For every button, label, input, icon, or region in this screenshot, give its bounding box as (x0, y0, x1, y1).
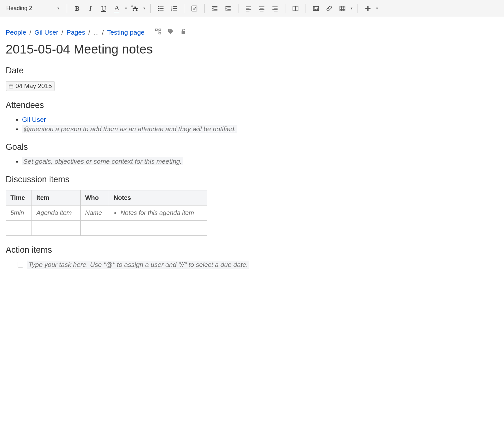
separator (184, 4, 184, 13)
section-heading-action[interactable]: Action items (6, 245, 366, 255)
svg-text:3: 3 (171, 9, 172, 11)
col-who[interactable]: Who (81, 190, 109, 206)
underline-button[interactable]: U (97, 2, 110, 15)
table-row[interactable]: 5min Agenda item Name Notes for this age… (6, 206, 207, 221)
section-heading-date[interactable]: Date (6, 66, 366, 76)
svg-rect-1 (159, 6, 163, 7)
section-heading-discussion[interactable]: Discussion items (6, 175, 366, 184)
table-row[interactable] (6, 221, 207, 236)
task-placeholder: Type your task here. Use "@" to assign a… (27, 261, 249, 269)
notes-item: Notes for this agenda item (120, 209, 203, 217)
list-item[interactable]: Gil User (22, 116, 366, 123)
page-tree-icon[interactable] (155, 28, 162, 37)
section-heading-goals[interactable]: Goals (6, 142, 366, 152)
discussion-table[interactable]: Time Item Who Notes 5min Agenda item Nam… (6, 190, 207, 236)
separator (67, 4, 67, 13)
breadcrumb-link-parent[interactable]: Testing page (107, 29, 145, 36)
svg-rect-21 (246, 6, 251, 7)
goals-list[interactable]: Set goals, objectives or some context fo… (6, 158, 366, 165)
cell-notes[interactable] (109, 221, 207, 236)
align-right-icon (272, 5, 278, 12)
paragraph-style-select[interactable]: Heading 2 ▼ (3, 3, 63, 14)
cell-item[interactable] (32, 221, 81, 236)
attendees-list[interactable]: Gil User @mention a person to add them a… (6, 116, 366, 133)
task-list-icon (191, 5, 198, 12)
indent-button[interactable] (222, 2, 234, 15)
list-item[interactable]: Set goals, objectives or some context fo… (22, 158, 366, 165)
cell-time[interactable]: 5min (6, 206, 32, 221)
chevron-down-icon: ▼ (57, 7, 60, 10)
page-layout-icon (292, 5, 299, 12)
cell-time[interactable] (6, 221, 32, 236)
svg-rect-32 (274, 11, 278, 11)
svg-rect-7 (173, 6, 177, 7)
cell-notes[interactable]: Notes for this agenda item (109, 206, 207, 221)
svg-rect-37 (340, 6, 345, 11)
text-color-dropdown[interactable]: ▼ (124, 7, 128, 10)
svg-rect-3 (159, 8, 163, 9)
insert-table-button[interactable] (336, 2, 349, 15)
date-badge[interactable]: 04 May 2015 (6, 81, 55, 91)
section-heading-attendees[interactable]: Attendees (6, 100, 366, 110)
svg-rect-27 (259, 9, 265, 10)
breadcrumb-ellipsis[interactable]: ... (93, 29, 99, 36)
svg-point-0 (158, 6, 159, 7)
task-checkbox[interactable] (18, 262, 23, 268)
bullet-list-button[interactable] (154, 2, 167, 15)
insert-link-button[interactable] (323, 2, 335, 15)
svg-point-36 (314, 7, 316, 8)
insert-table-dropdown[interactable]: ▼ (349, 7, 354, 10)
bold-button[interactable]: B (71, 2, 83, 15)
separator (306, 4, 306, 13)
task-list-button[interactable] (188, 2, 201, 15)
col-time[interactable]: Time (6, 190, 32, 206)
plus-icon (364, 5, 371, 12)
breadcrumb-link-user[interactable]: Gil User (34, 29, 58, 36)
insert-more-dropdown[interactable]: ▼ (375, 7, 379, 10)
numbered-list-icon: 123 (170, 5, 177, 12)
svg-rect-18 (227, 8, 231, 8)
align-right-button[interactable] (269, 2, 281, 15)
align-left-button[interactable] (242, 2, 255, 15)
insert-more-button[interactable] (362, 2, 374, 15)
svg-rect-30 (274, 8, 278, 8)
svg-rect-20 (226, 10, 231, 11)
italic-button[interactable]: I (84, 2, 97, 15)
breadcrumb-link-pages[interactable]: Pages (66, 29, 85, 36)
page-title[interactable]: 2015-05-04 Meeting notes (6, 42, 366, 56)
cell-item[interactable]: Agenda item (32, 206, 81, 221)
attendee-link[interactable]: Gil User (22, 116, 46, 123)
align-center-button[interactable] (255, 2, 268, 15)
list-item[interactable]: @mention a person to add them as an atte… (22, 125, 366, 133)
breadcrumb-separator: / (102, 29, 104, 36)
outdent-button[interactable] (209, 2, 221, 15)
numbered-list-button[interactable]: 123 (168, 2, 180, 15)
separator (238, 4, 238, 13)
indent-icon (225, 5, 232, 12)
cell-who[interactable] (81, 221, 109, 236)
task-row[interactable]: Type your task here. Use "@" to assign a… (6, 261, 366, 269)
svg-point-2 (158, 8, 159, 9)
labels-icon[interactable] (167, 28, 174, 37)
page-layout-button[interactable] (289, 2, 302, 15)
cell-who[interactable]: Name (81, 206, 109, 221)
col-item[interactable]: Item (32, 190, 81, 206)
separator (204, 4, 205, 13)
svg-rect-17 (226, 6, 231, 7)
unlock-icon[interactable] (180, 28, 187, 37)
insert-image-button[interactable] (310, 2, 322, 15)
svg-rect-13 (212, 6, 218, 7)
col-notes[interactable]: Notes (109, 190, 207, 206)
clear-formatting-button[interactable]: aA (129, 2, 141, 15)
separator (285, 4, 285, 13)
svg-rect-11 (173, 10, 177, 10)
svg-rect-24 (246, 11, 249, 11)
date-value: 04 May 2015 (15, 82, 52, 90)
more-formatting-dropdown[interactable]: ▼ (142, 7, 146, 10)
text-color-button[interactable]: A (111, 2, 123, 15)
breadcrumb-separator: / (88, 29, 90, 36)
svg-rect-19 (227, 9, 231, 9)
outdent-icon (211, 5, 218, 12)
breadcrumb-link-people[interactable]: People (6, 29, 26, 36)
attendee-placeholder: @mention a person to add them as an atte… (22, 125, 237, 133)
